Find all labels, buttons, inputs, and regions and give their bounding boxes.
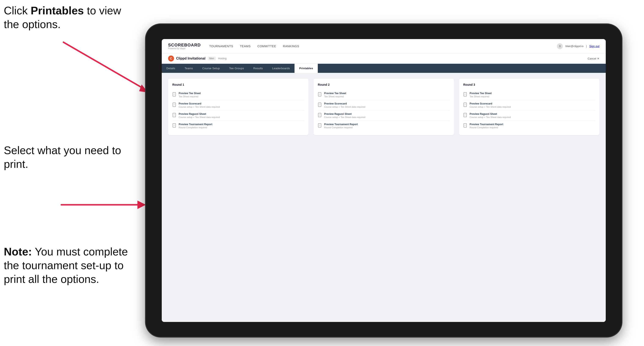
round2-scorecard[interactable]: Preview Scorecard Course setup + Tee She… [318,100,450,110]
round3-scorecard-subtitle: Course setup + Tee Sheet data required [470,106,511,108]
brand-sub: Powered by clippd [168,47,201,50]
arrow-top-icon [51,36,156,95]
round2-scorecard-text: Preview Scorecard Course setup + Tee She… [324,102,365,108]
note-bold: Note: [4,245,32,258]
top-nav: SCOREBOARD Powered by clippd TOURNAMENTS… [162,39,606,53]
round2-tee-sheet-title: Preview Tee Sheet [324,92,346,95]
round2-tee-sheet-text: Preview Tee Sheet Tee Sheet required [324,92,346,98]
round2-tee-sheet[interactable]: Preview Tee Sheet Tee Sheet required [318,90,450,100]
tab-tee-groups[interactable]: Tee Groups [224,64,249,73]
round1-raguzzi-subtitle: Course setup + Tee Sheet data required [179,116,220,118]
cancel-button[interactable]: Cancel ✕ [588,57,600,60]
round1-tee-sheet-text: Preview Tee Sheet Tee Sheet required [179,92,201,98]
tablet-screen: SCOREBOARD Powered by clippd TOURNAMENTS… [162,39,606,322]
round2-tournament-report-subtitle: Round Completion required [324,126,358,129]
main-content: Round 1 Preview Tee Sheet [162,73,606,322]
tournament-logo: C [168,55,174,61]
round-2-section: Round 2 Preview Tee Sheet Tee Sheet requ… [314,79,454,135]
brand: SCOREBOARD Powered by clippd [168,43,201,50]
round3-scorecard-text: Preview Scorecard Course setup + Tee She… [470,102,511,108]
round3-raguzzi[interactable]: Preview Raguzzi Sheet Course setup + Tee… [463,110,595,121]
round3-raguzzi-subtitle: Course setup + Tee Sheet data required [470,116,511,118]
round3-tee-sheet-title: Preview Tee Sheet [470,92,492,95]
document-icon-5 [318,92,322,97]
round3-tee-sheet-subtitle: Tee Sheet required [470,95,492,98]
round2-tournament-report-text: Preview Tournament Report Round Completi… [324,123,358,129]
nav-rankings[interactable]: RANKINGS [283,44,299,48]
round3-scorecard-title: Preview Scorecard [470,102,511,105]
document-icon-3 [172,113,176,118]
round1-tournament-report[interactable]: Preview Tournament Report Round Completi… [172,121,304,131]
nav-committee[interactable]: COMMITTEE [258,44,276,48]
round1-scorecard-title: Preview Scorecard [179,102,220,105]
round1-raguzzi-text: Preview Raguzzi Sheet Course setup + Tee… [179,113,220,118]
tournament-status: Hosting [218,57,227,60]
document-icon-7 [318,113,322,118]
brand-name: SCOREBOARD [168,43,201,47]
top-nav-links: TOURNAMENTS TEAMS COMMITTEE RANKINGS [209,44,299,48]
tab-printables[interactable]: Printables [294,64,318,73]
tab-results[interactable]: Results [249,64,268,73]
round1-tee-sheet[interactable]: Preview Tee Sheet Tee Sheet required [172,90,304,100]
nav-tournaments[interactable]: TOURNAMENTS [209,44,233,48]
instruction-bottom: Note: You must complete the tournament s… [4,245,139,286]
round-1-title: Round 1 [172,83,304,86]
round1-tournament-report-text: Preview Tournament Report Round Completi… [179,123,212,129]
rounds-grid: Round 1 Preview Tee Sheet [168,79,600,135]
round2-raguzzi-title: Preview Raguzzi Sheet [324,113,365,116]
cancel-icon: ✕ [597,57,600,60]
round3-raguzzi-text: Preview Raguzzi Sheet Course setup + Tee… [470,113,511,118]
tournament-title: C Clippd Invitational Men Hosting [168,55,227,61]
round3-tee-sheet[interactable]: Preview Tee Sheet Tee Sheet required [463,90,595,100]
round3-tee-sheet-text: Preview Tee Sheet Tee Sheet required [470,92,492,98]
document-icon-10 [463,103,468,108]
round-3-title: Round 3 [463,83,595,86]
tab-leaderboards[interactable]: Leaderboards [268,64,294,73]
round2-tournament-report-title: Preview Tournament Report [324,123,358,126]
sign-out-link[interactable]: Sign out [589,44,600,48]
instruction-top: Click Printables to view the options. [4,4,131,31]
document-icon-11 [463,113,468,118]
document-icon-2 [172,103,176,108]
tournament-header: C Clippd Invitational Men Hosting Cancel… [162,53,606,64]
round1-tournament-report-subtitle: Round Completion required [179,126,212,129]
round3-tournament-report[interactable]: Preview Tournament Report Round Completi… [463,121,595,131]
tab-details[interactable]: Details [162,64,180,73]
tab-nav: Details Teams Course Setup Tee Groups Re… [162,64,606,73]
instruction-top-text: Click [4,4,31,17]
top-nav-left: SCOREBOARD Powered by clippd TOURNAMENTS… [168,43,299,50]
tab-teams[interactable]: Teams [180,64,198,73]
round2-tournament-report[interactable]: Preview Tournament Report Round Completi… [318,121,450,131]
round-2-title: Round 2 [318,83,450,86]
tablet-device: SCOREBOARD Powered by clippd TOURNAMENTS… [146,24,622,337]
round3-tournament-report-subtitle: Round Completion required [470,126,503,129]
round1-raguzzi[interactable]: Preview Raguzzi Sheet Course setup + Tee… [172,110,304,121]
tournament-logo-letter: C [170,57,172,60]
round3-raguzzi-title: Preview Raguzzi Sheet [470,113,511,116]
svg-marker-3 [138,200,146,209]
round-1-section: Round 1 Preview Tee Sheet [168,79,308,135]
round1-scorecard[interactable]: Preview Scorecard Course setup + Tee She… [172,100,304,110]
round1-scorecard-text: Preview Scorecard Course setup + Tee She… [179,102,220,108]
round1-raguzzi-title: Preview Raguzzi Sheet [179,113,220,116]
instruction-middle: Select what you need to print. [4,144,131,171]
round1-tee-sheet-title: Preview Tee Sheet [179,92,201,95]
printables-bold: Printables [31,4,84,17]
round2-raguzzi[interactable]: Preview Raguzzi Sheet Course setup + Tee… [318,110,450,121]
nav-teams[interactable]: TEAMS [240,44,251,48]
tournament-badge: Men [208,57,216,60]
document-icon-6 [318,103,322,108]
tournament-name: Clippd Invitational [176,57,206,60]
user-avatar: B [557,43,563,49]
round3-scorecard[interactable]: Preview Scorecard Course setup + Tee She… [463,100,595,110]
instruction-middle-text: Select what you need to print. [4,144,121,170]
tab-course-setup[interactable]: Course Setup [198,64,224,73]
round1-tee-sheet-subtitle: Tee Sheet required [179,95,201,98]
round2-tee-sheet-subtitle: Tee Sheet required [324,95,346,98]
round2-scorecard-title: Preview Scorecard [324,102,365,105]
round3-tournament-report-title: Preview Tournament Report [470,123,503,126]
user-email: blair@clippd.io [565,44,583,48]
round2-scorecard-subtitle: Course setup + Tee Sheet data required [324,106,365,108]
document-icon [172,92,176,97]
round-3-section: Round 3 Preview Tee Sheet Tee Sheet requ… [459,79,600,135]
